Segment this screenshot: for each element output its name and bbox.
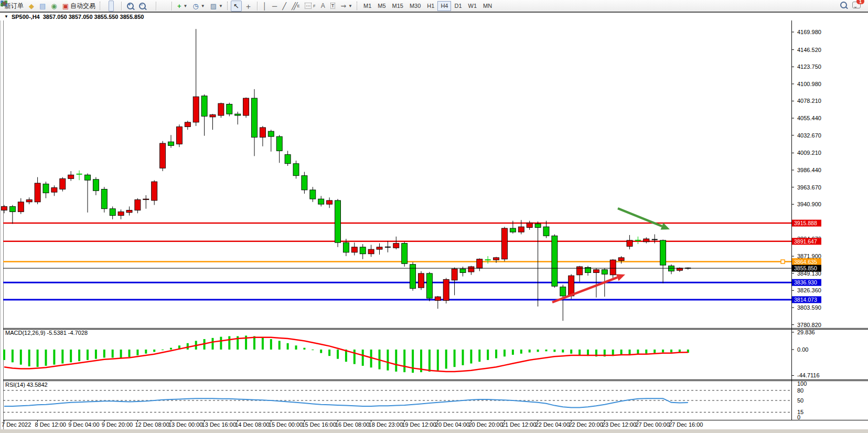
timeframe-H1[interactable]: H1 [424, 1, 437, 11]
templates-button[interactable]: ▨▼ [208, 1, 226, 12]
periods-button[interactable]: ◷▼ [190, 1, 207, 12]
timeframe-D1[interactable]: D1 [451, 1, 465, 11]
trendline-icon[interactable]: ╱ [280, 1, 289, 12]
svg-text:3855.850: 3855.850 [794, 265, 817, 271]
crosshair-icon[interactable]: ＋ [242, 1, 255, 12]
svg-text:3986.440: 3986.440 [797, 167, 821, 173]
svg-text:9 Dec 20:00: 9 Dec 20:00 [102, 421, 133, 428]
svg-text:3803.590: 3803.590 [797, 304, 821, 311]
auto-trading-button[interactable]: ▣ 自动交易 [60, 1, 98, 12]
line-chart-icon[interactable] [114, 1, 119, 12]
svg-text:13 Dec 00:00: 13 Dec 00:00 [168, 421, 202, 428]
svg-text:4123.750: 4123.750 [797, 64, 821, 70]
search-icon[interactable] [840, 1, 847, 10]
toolbar-separator [257, 2, 258, 10]
toolbar-separator [156, 2, 157, 10]
svg-text:3891.647: 3891.647 [794, 238, 817, 245]
svg-text:27 Dec 00:00: 27 Dec 00:00 [635, 421, 669, 428]
symbol-dropdown-icon[interactable]: ▼ [4, 14, 8, 19]
auto-scroll-icon[interactable] [159, 1, 164, 12]
rsi-line [4, 398, 688, 407]
arrows-icon[interactable]: ⇝▼ [338, 1, 355, 12]
chevron-down-icon: ▼ [201, 4, 205, 8]
chart-symbol: SP500-,H4 [12, 14, 40, 20]
label-icon[interactable]: T [328, 1, 338, 12]
vertical-line-icon[interactable]: │ [260, 1, 270, 12]
svg-text:20 Dec 04:00: 20 Dec 04:00 [435, 421, 469, 428]
notification-badge: 1 [856, 0, 864, 4]
bar-chart-icon[interactable] [103, 1, 109, 12]
svg-text:4146.520: 4146.520 [797, 47, 821, 53]
horizontal-line-icon[interactable]: ─ [270, 1, 280, 12]
svg-text:22 Dec 20:00: 22 Dec 20:00 [569, 421, 603, 428]
chart-shift-icon[interactable] [164, 1, 169, 12]
svg-text:19 Dec 12:00: 19 Dec 12:00 [402, 421, 436, 428]
svg-text:0: 0 [797, 414, 800, 420]
fibonacci-icon[interactable]: ⋯F [302, 1, 318, 12]
text-icon[interactable]: A [318, 1, 328, 12]
add-indicator-button[interactable]: +▼ [175, 1, 190, 12]
add-indicator-icon: + [177, 3, 181, 9]
svg-text:4078.210: 4078.210 [797, 98, 821, 104]
timeframe-MN[interactable]: MN [480, 1, 495, 11]
svg-text:15 Dec 16:00: 15 Dec 16:00 [302, 421, 336, 428]
timeframe-M5[interactable]: M5 [374, 1, 389, 11]
timeframe-M30[interactable]: M30 [406, 1, 424, 11]
chevron-down-icon: ▼ [184, 4, 188, 8]
svg-text:3836.930: 3836.930 [794, 279, 817, 286]
svg-text:23 Dec 12:00: 23 Dec 12:00 [602, 421, 636, 428]
signal-icon[interactable]: ◉ [48, 1, 59, 12]
cursor-icon[interactable]: ↖ [231, 1, 242, 12]
svg-text:27 Dec 16:00: 27 Dec 16:00 [669, 421, 703, 428]
channel-icon[interactable]: ╱╱E [289, 1, 302, 12]
toolbar-grip [357, 2, 359, 10]
svg-text:12 Dec 08:00: 12 Dec 08:00 [135, 421, 169, 428]
svg-text:7 Dec 2022: 7 Dec 2022 [2, 421, 31, 428]
tile-windows-icon[interactable] [148, 1, 154, 12]
svg-text:3814.073: 3814.073 [794, 297, 817, 303]
svg-text:3826.360: 3826.360 [797, 287, 821, 293]
chart-ohlc: 3857.050 3857.050 3855.550 3855.850 [43, 14, 144, 20]
svg-text:3940.900: 3940.900 [797, 201, 821, 207]
svg-text:16 Dec 08:00: 16 Dec 08:00 [335, 421, 369, 428]
svg-text:9 Dec 04:00: 9 Dec 04:00 [68, 421, 99, 428]
svg-text:4055.440: 4055.440 [797, 115, 821, 121]
svg-text:-44.7116: -44.7116 [797, 372, 820, 378]
rsi-panel[interactable]: RSI(14) 43.58421008050150 [3, 381, 807, 420]
time-axis[interactable]: 7 Dec 20228 Dec 12:009 Dec 04:009 Dec 20… [2, 420, 703, 428]
templates-icon: ▨ [210, 3, 217, 9]
svg-text:3780.820: 3780.820 [797, 322, 821, 328]
timeframe-W1[interactable]: W1 [465, 1, 480, 11]
timeframe-H4[interactable]: H4 [437, 1, 451, 11]
svg-text:22 Dec 04:00: 22 Dec 04:00 [535, 421, 570, 428]
zoom-in-icon[interactable]: + [124, 1, 136, 12]
chart-canvas[interactable]: 4169.9804146.5204123.7504100.9804078.210… [0, 0, 868, 433]
toolbar-grip [227, 2, 229, 10]
toolbar-separator [172, 2, 173, 10]
chat-button[interactable]: 1 [852, 1, 861, 10]
svg-text:3864.635: 3864.635 [794, 259, 817, 265]
line-handle[interactable] [781, 260, 785, 263]
rsi-label: RSI(14) 43.5842 [5, 382, 48, 388]
svg-text:20 Dec 20:00: 20 Dec 20:00 [468, 421, 502, 428]
timeframe-M1[interactable]: M1 [360, 1, 374, 11]
svg-text:4032.670: 4032.670 [797, 132, 821, 139]
candlestick-chart-icon[interactable] [109, 1, 114, 12]
orders-icon[interactable]: ◆ [26, 1, 37, 12]
svg-text:4100.980: 4100.980 [797, 81, 821, 87]
macd-panel[interactable]: MACD(12,26,9) -5.5381 -4.702829.8360.00-… [4, 329, 820, 378]
auto-trading-label: 自动交易 [70, 2, 95, 10]
auto-trading-icon: ▣ [62, 3, 69, 9]
green-trend-arrow[interactable] [618, 208, 670, 229]
svg-text:15 Dec 00:00: 15 Dec 00:00 [269, 421, 303, 428]
zoom-out-icon[interactable]: − [136, 1, 148, 12]
market-watch-icon[interactable]: ▤ [37, 1, 48, 12]
chart-title-bar: ▼ SP500-,H4 3857.050 3857.050 3855.550 3… [0, 12, 868, 20]
svg-text:18 Dec 23:00: 18 Dec 23:00 [369, 421, 403, 428]
macd-label: MACD(12,26,9) -5.5381 -4.7028 [5, 330, 88, 336]
timeframe-M15[interactable]: M15 [389, 1, 406, 11]
svg-text:4169.980: 4169.980 [797, 29, 821, 35]
svg-text:50: 50 [797, 397, 803, 404]
chevron-down-icon: ▼ [348, 4, 352, 8]
svg-text:0.00: 0.00 [797, 346, 808, 353]
